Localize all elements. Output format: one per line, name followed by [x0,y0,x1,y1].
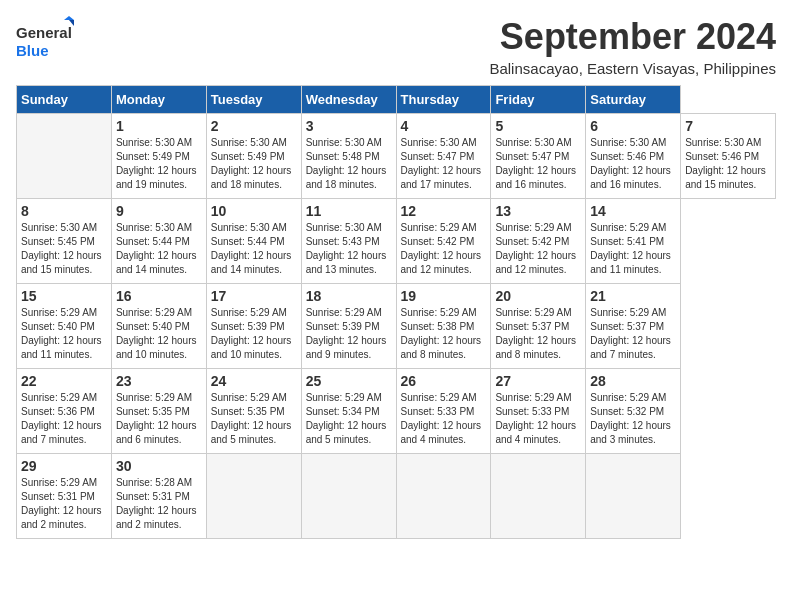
day-number: 13 [495,203,581,219]
svg-text:Blue: Blue [16,42,49,59]
calendar-day-cell: 16 Sunrise: 5:29 AM Sunset: 5:40 PM Dayl… [111,284,206,369]
day-info: Sunrise: 5:30 AM Sunset: 5:47 PM Dayligh… [495,136,581,192]
calendar-day-cell: 17 Sunrise: 5:29 AM Sunset: 5:39 PM Dayl… [206,284,301,369]
day-number: 8 [21,203,107,219]
day-number: 16 [116,288,202,304]
day-number: 17 [211,288,297,304]
day-number: 11 [306,203,392,219]
calendar-day-cell [586,454,681,539]
weekday-header: Wednesday [301,86,396,114]
calendar-day-cell: 1 Sunrise: 5:30 AM Sunset: 5:49 PM Dayli… [111,114,206,199]
calendar-week-row: 1 Sunrise: 5:30 AM Sunset: 5:49 PM Dayli… [17,114,776,199]
day-info: Sunrise: 5:30 AM Sunset: 5:46 PM Dayligh… [685,136,771,192]
day-info: Sunrise: 5:29 AM Sunset: 5:42 PM Dayligh… [495,221,581,277]
calendar-day-cell: 5 Sunrise: 5:30 AM Sunset: 5:47 PM Dayli… [491,114,586,199]
day-number: 22 [21,373,107,389]
day-info: Sunrise: 5:30 AM Sunset: 5:43 PM Dayligh… [306,221,392,277]
weekday-header: Thursday [396,86,491,114]
day-info: Sunrise: 5:30 AM Sunset: 5:45 PM Dayligh… [21,221,107,277]
day-number: 30 [116,458,202,474]
day-number: 23 [116,373,202,389]
weekday-header: Friday [491,86,586,114]
calendar-week-row: 15 Sunrise: 5:29 AM Sunset: 5:40 PM Dayl… [17,284,776,369]
day-number: 29 [21,458,107,474]
day-number: 19 [401,288,487,304]
day-info: Sunrise: 5:29 AM Sunset: 5:36 PM Dayligh… [21,391,107,447]
calendar-day-cell: 29 Sunrise: 5:29 AM Sunset: 5:31 PM Dayl… [17,454,112,539]
day-number: 6 [590,118,676,134]
weekday-header: Tuesday [206,86,301,114]
day-number: 18 [306,288,392,304]
calendar-day-cell: 12 Sunrise: 5:29 AM Sunset: 5:42 PM Dayl… [396,199,491,284]
calendar-day-cell: 27 Sunrise: 5:29 AM Sunset: 5:33 PM Dayl… [491,369,586,454]
day-number: 12 [401,203,487,219]
day-info: Sunrise: 5:29 AM Sunset: 5:35 PM Dayligh… [116,391,202,447]
month-title: September 2024 [489,16,776,58]
calendar-day-cell: 11 Sunrise: 5:30 AM Sunset: 5:43 PM Dayl… [301,199,396,284]
day-info: Sunrise: 5:30 AM Sunset: 5:44 PM Dayligh… [211,221,297,277]
day-number: 4 [401,118,487,134]
calendar-day-cell: 22 Sunrise: 5:29 AM Sunset: 5:36 PM Dayl… [17,369,112,454]
day-info: Sunrise: 5:30 AM Sunset: 5:44 PM Dayligh… [116,221,202,277]
calendar-day-cell [491,454,586,539]
calendar-body: 1 Sunrise: 5:30 AM Sunset: 5:49 PM Dayli… [17,114,776,539]
calendar-day-cell: 26 Sunrise: 5:29 AM Sunset: 5:33 PM Dayl… [396,369,491,454]
calendar-day-cell: 3 Sunrise: 5:30 AM Sunset: 5:48 PM Dayli… [301,114,396,199]
calendar-day-cell: 10 Sunrise: 5:30 AM Sunset: 5:44 PM Dayl… [206,199,301,284]
calendar-table: SundayMondayTuesdayWednesdayThursdayFrid… [16,85,776,539]
weekday-header: Monday [111,86,206,114]
calendar-week-row: 29 Sunrise: 5:29 AM Sunset: 5:31 PM Dayl… [17,454,776,539]
calendar-day-cell: 7 Sunrise: 5:30 AM Sunset: 5:46 PM Dayli… [681,114,776,199]
day-info: Sunrise: 5:29 AM Sunset: 5:41 PM Dayligh… [590,221,676,277]
day-info: Sunrise: 5:30 AM Sunset: 5:46 PM Dayligh… [590,136,676,192]
calendar-day-cell: 18 Sunrise: 5:29 AM Sunset: 5:39 PM Dayl… [301,284,396,369]
day-number: 15 [21,288,107,304]
calendar-day-cell: 4 Sunrise: 5:30 AM Sunset: 5:47 PM Dayli… [396,114,491,199]
day-info: Sunrise: 5:29 AM Sunset: 5:31 PM Dayligh… [21,476,107,532]
subtitle: Balinsacayao, Eastern Visayas, Philippin… [489,60,776,77]
weekday-header: Saturday [586,86,681,114]
day-info: Sunrise: 5:29 AM Sunset: 5:38 PM Dayligh… [401,306,487,362]
day-info: Sunrise: 5:29 AM Sunset: 5:33 PM Dayligh… [495,391,581,447]
calendar-day-cell: 15 Sunrise: 5:29 AM Sunset: 5:40 PM Dayl… [17,284,112,369]
day-number: 5 [495,118,581,134]
day-number: 21 [590,288,676,304]
calendar-day-cell: 9 Sunrise: 5:30 AM Sunset: 5:44 PM Dayli… [111,199,206,284]
day-info: Sunrise: 5:30 AM Sunset: 5:49 PM Dayligh… [116,136,202,192]
calendar-day-cell [17,114,112,199]
day-number: 1 [116,118,202,134]
calendar-header: SundayMondayTuesdayWednesdayThursdayFrid… [17,86,776,114]
calendar-day-cell: 6 Sunrise: 5:30 AM Sunset: 5:46 PM Dayli… [586,114,681,199]
calendar-day-cell: 30 Sunrise: 5:28 AM Sunset: 5:31 PM Dayl… [111,454,206,539]
svg-marker-2 [64,16,74,20]
calendar-day-cell: 23 Sunrise: 5:29 AM Sunset: 5:35 PM Dayl… [111,369,206,454]
day-number: 3 [306,118,392,134]
logo-svg: General Blue [16,16,76,64]
day-info: Sunrise: 5:29 AM Sunset: 5:37 PM Dayligh… [495,306,581,362]
calendar-week-row: 8 Sunrise: 5:30 AM Sunset: 5:45 PM Dayli… [17,199,776,284]
day-info: Sunrise: 5:29 AM Sunset: 5:40 PM Dayligh… [21,306,107,362]
day-number: 26 [401,373,487,389]
day-number: 24 [211,373,297,389]
day-number: 25 [306,373,392,389]
header: General Blue September 2024 Balinsacayao… [16,16,776,77]
calendar-day-cell: 19 Sunrise: 5:29 AM Sunset: 5:38 PM Dayl… [396,284,491,369]
day-info: Sunrise: 5:29 AM Sunset: 5:40 PM Dayligh… [116,306,202,362]
calendar-day-cell: 28 Sunrise: 5:29 AM Sunset: 5:32 PM Dayl… [586,369,681,454]
svg-text:General: General [16,24,72,41]
day-number: 9 [116,203,202,219]
calendar-day-cell: 24 Sunrise: 5:29 AM Sunset: 5:35 PM Dayl… [206,369,301,454]
day-info: Sunrise: 5:29 AM Sunset: 5:42 PM Dayligh… [401,221,487,277]
day-number: 7 [685,118,771,134]
day-info: Sunrise: 5:30 AM Sunset: 5:48 PM Dayligh… [306,136,392,192]
calendar-day-cell [396,454,491,539]
day-number: 2 [211,118,297,134]
logo: General Blue [16,16,76,64]
day-number: 10 [211,203,297,219]
calendar-day-cell: 2 Sunrise: 5:30 AM Sunset: 5:49 PM Dayli… [206,114,301,199]
day-number: 14 [590,203,676,219]
title-area: September 2024 Balinsacayao, Eastern Vis… [489,16,776,77]
calendar-day-cell: 20 Sunrise: 5:29 AM Sunset: 5:37 PM Dayl… [491,284,586,369]
calendar-day-cell: 8 Sunrise: 5:30 AM Sunset: 5:45 PM Dayli… [17,199,112,284]
day-info: Sunrise: 5:30 AM Sunset: 5:47 PM Dayligh… [401,136,487,192]
